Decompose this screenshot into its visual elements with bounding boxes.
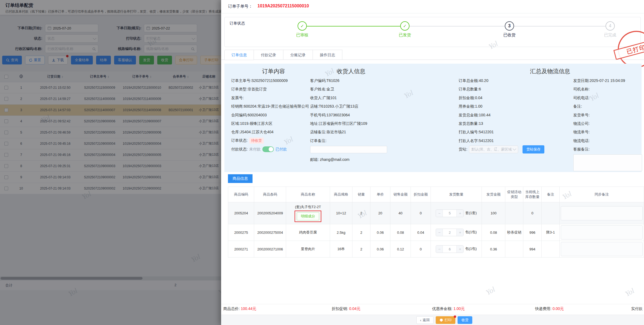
- order-field: 合同编码:600204003: [231, 111, 309, 119]
- ship-amount: 100: [482, 202, 505, 224]
- order-remark-label: 订单备注:: [310, 137, 387, 145]
- chevron-down-icon: [513, 147, 516, 150]
- stepper-minus-button[interactable]: −: [436, 210, 443, 217]
- detail-tabs: 订单信息付款记录分账记录操作日志: [224, 50, 342, 60]
- product-info-tag[interactable]: 商品信息: [228, 174, 253, 183]
- logistics-field: 发货日期:2025-07-21 15:04:09: [573, 76, 642, 85]
- promo-type: 秒杀促销: [505, 224, 523, 241]
- unit-label: 包(1包): [465, 230, 477, 234]
- product-column-header: 商品条码: [254, 187, 286, 202]
- tab-订单信息[interactable]: 订单信息: [224, 50, 254, 60]
- summary-field: 用券金额:1.00: [459, 102, 544, 111]
- order-field: 订单主单号:S2025072115000009: [231, 76, 309, 85]
- online-stock: 0: [523, 202, 541, 224]
- order-status-label: 订单状态:: [231, 138, 248, 143]
- receiver-field: 店铺:T610263.小卫广陵13店: [310, 102, 387, 111]
- order-remark-input[interactable]: [310, 146, 387, 153]
- stepper-minus-button[interactable]: −: [436, 246, 443, 253]
- receiver-column: 客户编码:T61026客户姓名:金卫收货人:广陵101店铺:T610263.小卫…: [310, 76, 387, 164]
- stepper-minus-button[interactable]: −: [436, 229, 443, 236]
- order-field: 发票号:: [231, 94, 309, 102]
- service-remark-textarea[interactable]: [573, 154, 642, 171]
- logistics-field: 物流公司:: [573, 119, 642, 128]
- sync-note-cell: [559, 241, 644, 258]
- ship-qty-stepper[interactable]: −5+: [436, 209, 464, 217]
- order-field: 区域:1019.领锋江苏大区: [231, 119, 309, 128]
- section-title-receiver: 收货人信息: [310, 67, 392, 75]
- ship-qty-stepper[interactable]: −6+: [436, 245, 464, 253]
- tab-分账记录[interactable]: 分账记录: [283, 50, 313, 60]
- order-info-box: 订单内容 收货人信息 汇总及物流信息 订单主单号:S20250721150000…: [224, 64, 642, 172]
- stepper-value[interactable]: 2: [443, 229, 457, 236]
- summary-field: 发货总金额:100.44: [459, 111, 544, 119]
- product-column-header: 当前线上库存数量: [523, 187, 541, 202]
- sync-note-input[interactable]: [561, 206, 643, 220]
- stepper-plus-button[interactable]: +: [457, 210, 463, 217]
- receive-button[interactable]: 收货: [458, 316, 472, 324]
- step-circle-4: 4: [606, 21, 615, 31]
- product-name: (套)丸子包T2-2T: [287, 205, 328, 209]
- receiver-field: 客户编码:T61026: [310, 76, 387, 85]
- back-button[interactable]: ‹ 返回: [416, 316, 434, 324]
- total-item: 折扣促销:0.04元: [332, 306, 360, 311]
- total-item-value: 1.00元: [453, 306, 465, 311]
- section-title-order-content: 订单内容: [235, 67, 312, 75]
- unit-label: 包(1包): [465, 247, 477, 251]
- sub-order-label: 订单子单号：: [228, 4, 253, 9]
- annotation-red-box: 明细成分: [295, 211, 321, 222]
- panel-header: 订单子单号： 1019A2025072115000010: [221, 0, 644, 13]
- tab-操作日志[interactable]: 操作日志: [313, 50, 342, 60]
- printer-icon: [440, 318, 443, 322]
- back-button-label: 返回: [423, 318, 430, 323]
- product-column-header: 折扣金额: [411, 187, 431, 202]
- product-name: 鸡肉香豆腐: [287, 230, 328, 235]
- ship-qty-cell: −5+套(1套): [431, 202, 482, 224]
- ship-qty-stepper[interactable]: −2+: [436, 229, 464, 236]
- watermark-text: Yol: [485, 285, 497, 297]
- pay-status-label: 付款状态:: [231, 147, 248, 152]
- product-column-header: 促销活动类型: [505, 187, 523, 202]
- totals-bar: 商品总价:100.44元折扣促销:0.04元优惠券金额:1.00元快递费用:0.…: [221, 306, 644, 312]
- discount-amount: 0: [411, 202, 431, 224]
- station-save-button[interactable]: 货站保存: [523, 145, 544, 153]
- status-badge: 待收货: [249, 138, 264, 144]
- station-select[interactable]: 默认(黑、吉、辽、蒙区域: [469, 146, 518, 153]
- ship-qty-cell: −6+包(1包): [431, 241, 482, 258]
- stepper-plus-button[interactable]: +: [457, 229, 463, 236]
- total-item-label: 折扣促销:: [332, 306, 348, 311]
- product-row: 20002712002000271006里脊肉片16串20.060.120−6+…: [228, 241, 644, 258]
- receiver-field: 客户姓名:金卫: [310, 85, 387, 93]
- print-button[interactable]: 打印: [436, 316, 455, 324]
- stepper-plus-button[interactable]: +: [457, 246, 463, 253]
- modal-overlay[interactable]: [0, 0, 221, 325]
- sync-note-cell: [559, 202, 644, 224]
- product-header-row: 商品编码商品条码商品名称商品规格销量单价销售金额折扣金额发货数量发货金额促销活动…: [228, 187, 644, 202]
- tab-付款记录[interactable]: 付款记录: [254, 50, 283, 60]
- app-root: 订单结单配货 已付款及未付款（线下转账）已拆单订单，可进行结单生成合单单号，按路…: [0, 0, 644, 325]
- total-item-label: 优惠券金额:: [432, 306, 452, 311]
- online-stock: 994: [523, 241, 541, 258]
- sub-order-number: 1019A2025072115000010: [257, 4, 309, 8]
- product-name-cell: 鸡肉香豆腐: [286, 224, 330, 241]
- order-detail-panel: 订单子单号： 1019A2025072115000010 订单状态 ✓已审核✓已…: [221, 0, 644, 325]
- product-row: 20002752002000275004鸡肉香豆腐2.5kg20.060.080…: [228, 224, 644, 241]
- sync-note-input[interactable]: [561, 242, 643, 256]
- order-field: 订单类型:非首批订货: [231, 85, 309, 93]
- sales-amount: 0.08: [390, 224, 411, 241]
- check-icon: ✓: [400, 21, 409, 31]
- step-label: 已收货: [493, 32, 526, 38]
- watermark-text: Yol: [624, 286, 636, 298]
- stepper-value[interactable]: 5: [443, 210, 457, 217]
- stepper-value[interactable]: 6: [443, 246, 457, 253]
- pay-status-toggle[interactable]: [262, 146, 274, 152]
- step-connector-done: [302, 26, 405, 26]
- products-table: 商品编码商品条码商品名称商品规格销量单价销售金额折扣金额发货数量发货金额促销活动…: [228, 187, 644, 258]
- product-note: [542, 241, 560, 258]
- logistics-field: 物流单号:: [573, 128, 642, 136]
- detail-ingredients-button[interactable]: 明细成分: [297, 212, 319, 220]
- total-item: 实付款: [631, 306, 643, 311]
- online-stock: 996: [523, 224, 541, 241]
- product-code: 2000271: [228, 241, 254, 258]
- sync-note-input[interactable]: [561, 225, 643, 240]
- product-column-header: 发货数量: [431, 187, 482, 202]
